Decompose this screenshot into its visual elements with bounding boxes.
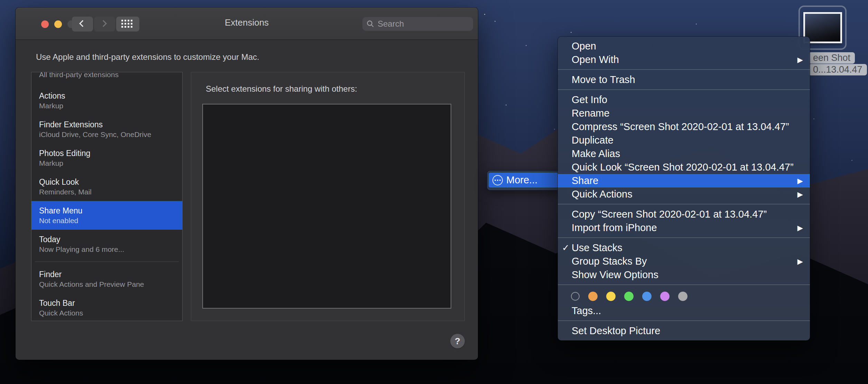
sidebar-item-title: Finder	[39, 269, 179, 280]
menu-separator	[558, 69, 810, 70]
checkmark-spacer	[562, 324, 572, 338]
menu-separator	[558, 204, 810, 204]
tag-clear-icon[interactable]	[571, 292, 580, 301]
window-subtitle: Use Apple and third-party extensions to …	[36, 52, 259, 62]
sidebar-item-finder[interactable]: FinderQuick Actions and Preview Pane	[31, 265, 182, 293]
menu-item-make-alias[interactable]: Make Alias	[558, 147, 810, 161]
sidebar-item-subtitle: Now Playing and 6 more...	[39, 245, 179, 254]
tag-purple-icon[interactable]	[660, 292, 670, 301]
menu-item-show-view-options[interactable]: Show View Options	[558, 268, 810, 282]
menu-item-label: Import from iPhone	[572, 221, 797, 235]
desktop-icon-label-line1[interactable]: een Shot	[809, 52, 855, 64]
sidebar-item-clipped[interactable]: All third-party extensions	[31, 72, 182, 86]
checkmark-spacer	[562, 73, 572, 86]
sidebar-item-actions[interactable]: ActionsMarkup	[31, 86, 182, 115]
menu-item-copy-screen-shot-2020-02-01-at-13-04-47[interactable]: Copy “Screen Shot 2020-02-01 at 13.04.47…	[558, 208, 810, 221]
sidebar-item-title: Touch Bar	[39, 298, 179, 308]
tag-yellow-icon[interactable]	[606, 292, 616, 301]
sidebar-item-subtitle: Reminders, Mail	[39, 187, 179, 196]
menu-item-label: Open	[572, 39, 810, 53]
menu-item-label: Show View Options	[572, 268, 810, 282]
checkmark-spacer	[562, 161, 572, 174]
minimize-button[interactable]	[54, 20, 62, 28]
tag-blue-icon[interactable]	[642, 292, 652, 301]
sidebar-item-label: All third-party extensions	[39, 72, 182, 79]
sidebar-item-subtitle: iCloud Drive, Core Sync, OneDrive	[39, 130, 179, 139]
menu-separator	[558, 284, 810, 285]
extensions-sidebar[interactable]: All third-party extensions ActionsMarkup…	[31, 72, 183, 321]
menu-separator	[558, 89, 810, 90]
checkmark-spacer	[562, 134, 572, 147]
wallpaper-stars	[484, 14, 485, 15]
sidebar-item-title: Today	[39, 234, 179, 245]
sidebar-item-touch-bar[interactable]: Touch BarQuick Actions	[31, 293, 182, 321]
ellipsis-circle-icon	[492, 175, 503, 185]
more-label: More...	[506, 174, 537, 186]
checkmark-spacer	[562, 53, 572, 66]
submenu-arrow-icon: ▶	[797, 221, 803, 235]
checkmark-spacer	[562, 268, 572, 282]
menu-item-label: Compress “Screen Shot 2020-02-01 at 13.0…	[572, 120, 810, 134]
menu-item-label: Copy “Screen Shot 2020-02-01 at 13.04.47…	[572, 208, 810, 221]
menu-item-label: Quick Actions	[572, 188, 797, 201]
sidebar-item-subtitle: Quick Actions and Preview Pane	[39, 280, 179, 289]
menu-item-quick-look-screen-shot-2020-02-01-at-13-04-47[interactable]: Quick Look “Screen Shot 2020-02-01 at 13…	[558, 161, 810, 174]
tag-orange-icon[interactable]	[588, 292, 598, 301]
menu-item-label: Get Info	[572, 93, 810, 107]
sidebar-item-subtitle: Markup	[39, 158, 179, 168]
menu-item-share[interactable]: Share▶	[558, 174, 810, 188]
menu-item-duplicate[interactable]: Duplicate	[558, 134, 810, 147]
tag-green-icon[interactable]	[624, 292, 634, 301]
back-button[interactable]	[72, 17, 93, 31]
menu-item-quick-actions[interactable]: Quick Actions▶	[558, 188, 810, 201]
checkmark-spacer	[562, 107, 572, 120]
menu-item-set-desktop-picture[interactable]: Set Desktop Picture	[558, 324, 810, 338]
menu-item-open[interactable]: Open	[558, 39, 810, 53]
share-submenu: More...	[487, 171, 560, 190]
titlebar: Extensions	[16, 8, 478, 40]
menu-item-get-info[interactable]: Get Info	[558, 93, 810, 107]
help-button[interactable]: ?	[450, 334, 465, 348]
sidebar-item-subtitle: Markup	[39, 101, 179, 110]
menu-item-label: Move to Trash	[572, 73, 810, 86]
screenshot-thumbnail-image	[805, 14, 840, 42]
menu-item-use-stacks[interactable]: ✓Use Stacks	[558, 241, 810, 255]
checkmark-spacer	[562, 120, 572, 134]
sidebar-item-title: Finder Extensions	[39, 119, 179, 130]
grid-icon	[121, 20, 132, 28]
sidebar-item-share-menu[interactable]: Share MenuNot enabled	[31, 201, 182, 230]
checkmark-spacer	[562, 39, 572, 53]
share-submenu-more-item[interactable]: More...	[489, 173, 558, 188]
forward-button[interactable]	[94, 17, 115, 31]
sidebar-item-finder-extensions[interactable]: Finder ExtensionsiCloud Drive, Core Sync…	[31, 115, 182, 144]
menu-item-tags[interactable]: Tags...	[558, 304, 810, 318]
tag-gray-icon[interactable]	[678, 292, 687, 301]
chevron-left-icon	[79, 20, 86, 27]
menu-item-label: Group Stacks By	[572, 255, 797, 268]
panel-heading: Select extensions for sharing with other…	[206, 84, 357, 94]
menu-item-open-with[interactable]: Open With▶	[558, 53, 810, 66]
menu-item-label: Use Stacks	[572, 241, 810, 255]
menu-item-move-to-trash[interactable]: Move to Trash	[558, 73, 810, 86]
submenu-arrow-icon: ▶	[797, 188, 803, 201]
checkmark-spacer	[562, 174, 572, 188]
checkmark-spacer	[562, 188, 572, 201]
menu-item-rename[interactable]: Rename	[558, 107, 810, 120]
extensions-listbox[interactable]	[202, 104, 451, 309]
menu-item-label: Make Alias	[572, 147, 810, 161]
sidebar-item-title: Actions	[39, 91, 179, 101]
menu-item-import-from-iphone[interactable]: Import from iPhone▶	[558, 221, 810, 235]
extensions-window: Extensions Use Apple and third-party ext…	[16, 8, 478, 360]
search-field[interactable]	[362, 17, 473, 31]
menu-item-label: Share	[572, 174, 797, 188]
sidebar-item-title: Photos Editing	[39, 148, 179, 158]
sidebar-item-photos-editing[interactable]: Photos EditingMarkup	[31, 144, 182, 172]
sidebar-item-today[interactable]: TodayNow Playing and 6 more...	[31, 230, 182, 258]
sidebar-item-quick-look[interactable]: Quick LookReminders, Mail	[31, 172, 182, 201]
close-button[interactable]	[41, 20, 49, 28]
desktop-icon-label-line2[interactable]: 0...13.04.47	[809, 64, 867, 75]
menu-item-group-stacks-by[interactable]: Group Stacks By▶	[558, 255, 810, 268]
show-all-button[interactable]	[116, 17, 139, 31]
menu-item-compress-screen-shot-2020-02-01-at-13-04-47[interactable]: Compress “Screen Shot 2020-02-01 at 13.0…	[558, 120, 810, 134]
search-input[interactable]	[377, 19, 469, 29]
